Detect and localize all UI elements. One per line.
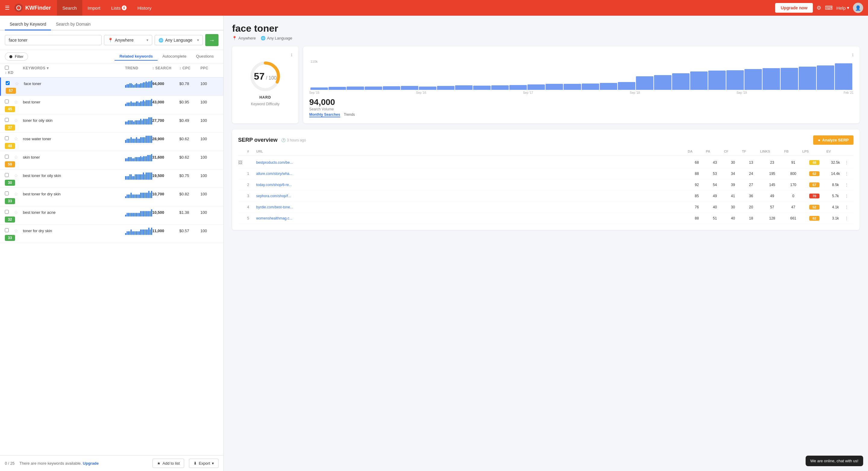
language-select[interactable]: 🌐 Any Language ▾ — [155, 35, 203, 45]
chat-bubble[interactable]: We are online, chat with us! — [806, 455, 863, 466]
row-star-icon[interactable]: ☆ — [14, 136, 23, 142]
serp-url[interactable]: byrdie.com/best-tone... — [256, 205, 688, 209]
row-checkbox[interactable] — [5, 118, 14, 123]
serp-header-pa[interactable]: PA — [706, 150, 724, 153]
serp-more-icon[interactable]: ⋮ — [844, 171, 854, 176]
serp-more-icon[interactable]: ⋮ — [844, 182, 854, 187]
keyword-table-row[interactable]: ☆ best toner 43,000 $0.95 100 45 — [0, 96, 223, 114]
nav-lists[interactable]: Lists 0 — [106, 0, 132, 16]
row-star-icon[interactable]: ☆ — [14, 210, 23, 215]
serp-header-da[interactable]: DA — [688, 150, 706, 153]
location-select[interactable]: 📍 Anywhere ▾ — [104, 35, 152, 45]
serp-row[interactable]: 🖼 bestproducts.com/be... 68 43 30 13 23 … — [238, 157, 854, 168]
tab-related-keywords[interactable]: Related keywords — [115, 53, 158, 61]
serp-url[interactable]: today.com/shop/6-re... — [256, 183, 688, 187]
keyword-input[interactable] — [9, 38, 98, 42]
serp-row[interactable]: 2 today.com/shop/6-re... 92 54 39 27 145… — [238, 179, 854, 190]
keyword-table-row[interactable]: ☆ best toner for acne 10,500 $1.38 100 3… — [0, 206, 223, 225]
select-all-checkbox[interactable] — [5, 66, 9, 70]
add-to-list-button[interactable]: ★ Add to list — [153, 459, 184, 468]
header-cpc[interactable]: ↕ CPC — [179, 66, 200, 70]
upgrade-link[interactable]: Upgrade — [83, 461, 99, 466]
serp-url[interactable]: sephora.com/shop/f... — [256, 194, 688, 198]
keyboard-icon[interactable]: ⌨ — [825, 4, 833, 11]
nav-history[interactable]: History — [132, 0, 157, 16]
user-avatar[interactable]: 👤 — [853, 3, 863, 13]
tab-autocomplete[interactable]: Autocomplete — [158, 53, 191, 61]
serp-row[interactable]: 1 allure.com/story/wha... 88 53 34 24 19… — [238, 168, 854, 179]
keyword-table-row[interactable]: ☆ best toner for dry skin 10,700 $0.82 1… — [0, 188, 223, 206]
search-go-button[interactable]: → — [205, 34, 218, 46]
serp-more-icon[interactable]: ⋮ — [844, 205, 854, 210]
row-checkbox[interactable] — [5, 155, 14, 159]
cpc-value: $1.38 — [179, 210, 200, 215]
row-checkbox[interactable] — [5, 210, 14, 215]
trend-bar — [140, 230, 141, 235]
row-check[interactable] — [6, 81, 10, 85]
serp-url[interactable]: allure.com/story/wha... — [256, 172, 688, 176]
kd-info-icon[interactable]: ℹ — [291, 53, 292, 57]
serp-header-lps[interactable]: LPS — [802, 150, 827, 153]
header-kd[interactable]: ↕ KD — [5, 70, 14, 75]
row-check[interactable] — [5, 155, 9, 158]
row-star-icon[interactable]: ☆ — [14, 118, 23, 123]
serp-more-icon[interactable]: ⋮ — [844, 216, 854, 221]
row-star-icon[interactable]: ☆ — [15, 81, 24, 87]
nav-search[interactable]: Search — [57, 0, 82, 16]
serp-row[interactable]: 5 womenshealthmag.c... 88 51 40 18 128 6… — [238, 213, 854, 224]
row-checkbox[interactable] — [5, 136, 14, 141]
analyze-serp-button[interactable]: ● Analyze SERP — [813, 136, 854, 145]
menu-icon[interactable]: ☰ — [5, 4, 10, 11]
row-star-icon[interactable]: ☆ — [14, 173, 23, 178]
tab-search-by-keyword[interactable]: Search by Keyword — [5, 19, 51, 30]
row-check[interactable] — [5, 210, 9, 214]
kd-gauge-circle: 57 / 100 — [249, 60, 282, 93]
keyword-table-row[interactable]: ☆ best toner for oily skin 19,500 $0.75 … — [0, 170, 223, 188]
keyword-table-row[interactable]: ☆ toner for oily skin 27,700 $0.49 100 3… — [0, 114, 223, 133]
row-check[interactable] — [5, 118, 9, 122]
keyword-table-row[interactable]: ☆ face toner 94,000 $0.78 100 57 — [0, 78, 223, 96]
upgrade-now-button[interactable]: Upgrade now — [775, 3, 813, 13]
keyword-table-row[interactable]: ☆ toner for dry skin 11,000 $0.57 100 33 — [0, 225, 223, 243]
serp-row[interactable]: 4 byrdie.com/best-tone... 76 40 30 20 57… — [238, 202, 854, 213]
help-button[interactable]: Help ▾ — [836, 5, 849, 10]
export-button[interactable]: ⬇ Export ▾ — [189, 459, 218, 468]
serp-header-tf[interactable]: TF — [742, 150, 760, 153]
serp-row[interactable]: 3 sephora.com/shop/f... 85 49 41 36 49 0… — [238, 190, 854, 202]
row-checkbox[interactable] — [5, 228, 14, 233]
header-keywords[interactable]: Keywords ▾ — [23, 66, 125, 70]
tab-monthly-searches[interactable]: Monthly Searches — [309, 113, 340, 117]
serp-header-cf[interactable]: CF — [724, 150, 742, 153]
row-checkbox[interactable] — [5, 192, 14, 196]
keyword-table-row[interactable]: ☆ rose water toner 28,900 $0.62 100 48 — [0, 133, 223, 151]
keyword-table-row[interactable]: ☆ skin toner 31,600 $0.62 100 59 — [0, 151, 223, 170]
row-checkbox[interactable] — [5, 99, 14, 104]
header-search[interactable]: ↕ Search — [152, 66, 179, 70]
row-check[interactable] — [5, 99, 9, 104]
serp-header-ev[interactable]: EV — [827, 150, 844, 153]
serp-url[interactable]: bestproducts.com/be... — [256, 160, 688, 165]
nav-import[interactable]: Import — [82, 0, 106, 16]
row-checkbox[interactable] — [6, 81, 15, 86]
row-check[interactable] — [5, 228, 9, 232]
serp-more-icon[interactable]: ⋮ — [844, 194, 854, 198]
row-star-icon[interactable]: ☆ — [14, 191, 23, 197]
tab-search-by-domain[interactable]: Search by Domain — [51, 19, 95, 30]
serp-header-fb[interactable]: FB — [784, 150, 802, 153]
tab-questions[interactable]: Questions — [191, 53, 218, 61]
row-star-icon[interactable]: ☆ — [14, 99, 23, 105]
header-ppc[interactable]: PPC — [200, 66, 218, 70]
serp-more-icon[interactable]: ⋮ — [844, 160, 854, 165]
row-checkbox[interactable] — [5, 173, 14, 178]
volume-info-icon[interactable]: ℹ — [852, 53, 854, 57]
row-star-icon[interactable]: ☆ — [14, 228, 23, 234]
serp-header-links[interactable]: Links — [760, 150, 784, 153]
row-check[interactable] — [5, 136, 9, 140]
row-star-icon[interactable]: ☆ — [14, 154, 23, 160]
row-check[interactable] — [5, 173, 9, 177]
tab-trends[interactable]: Trends — [344, 113, 355, 117]
row-check[interactable] — [5, 192, 9, 196]
filter-button[interactable]: Filter — [5, 53, 28, 61]
serp-url[interactable]: womenshealthmag.c... — [256, 216, 688, 220]
settings-icon[interactable]: ⚙ — [816, 4, 821, 11]
